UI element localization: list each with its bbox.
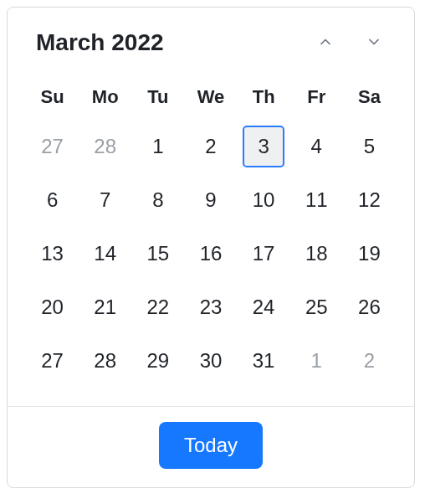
month-year-title[interactable]: March 2022 <box>36 29 164 56</box>
calendar-header: March 2022 <box>8 8 414 69</box>
day-cell[interactable]: 4 <box>295 126 337 167</box>
day-cell[interactable]: 31 <box>243 340 284 382</box>
calendar-week-row: 6789101112 <box>26 173 396 227</box>
day-cell[interactable]: 23 <box>190 286 232 328</box>
day-cell-wrapper: 12 <box>343 173 396 227</box>
day-cell[interactable]: 5 <box>348 126 390 167</box>
day-cell-wrapper: 16 <box>184 227 237 280</box>
weekday-header: Tu <box>131 78 184 120</box>
day-cell[interactable]: 14 <box>84 233 126 275</box>
chevron-up-icon <box>317 33 334 53</box>
day-cell[interactable]: 1 <box>137 126 179 167</box>
day-cell[interactable]: 11 <box>295 179 337 221</box>
day-cell[interactable]: 13 <box>32 233 74 275</box>
day-cell[interactable]: 27 <box>32 340 74 382</box>
day-cell-wrapper: 17 <box>238 227 290 280</box>
day-cell-other-month[interactable]: 27 <box>32 126 74 167</box>
day-cell-other-month[interactable]: 28 <box>84 126 126 167</box>
month-nav-buttons <box>309 26 391 59</box>
day-cell-wrapper: 15 <box>131 227 184 280</box>
day-cell-wrapper: 25 <box>290 280 343 334</box>
weekday-header: Th <box>238 78 290 120</box>
day-cell[interactable]: 7 <box>84 179 126 221</box>
day-cell-wrapper: 1 <box>290 334 343 388</box>
day-cell[interactable]: 21 <box>84 286 126 328</box>
day-cell[interactable]: 8 <box>137 179 179 221</box>
day-cell[interactable]: 12 <box>348 179 390 221</box>
next-month-button[interactable] <box>357 26 391 59</box>
day-cell-wrapper: 2 <box>184 120 237 173</box>
day-cell-selected[interactable]: 3 <box>243 126 284 167</box>
day-cell-wrapper: 19 <box>343 227 396 280</box>
day-cell-other-month[interactable]: 2 <box>348 340 390 382</box>
calendar-panel: March 2022 Su Mo Tu We Th Fr Sa 27281234… <box>7 7 415 488</box>
day-cell-wrapper: 31 <box>238 334 290 388</box>
weekday-header: Su <box>26 78 79 120</box>
day-cell-wrapper: 14 <box>79 227 131 280</box>
day-cell-wrapper: 11 <box>290 173 343 227</box>
calendar-footer: Today <box>8 406 414 487</box>
day-cell-wrapper: 23 <box>184 280 237 334</box>
calendar-week-row: 20212223242526 <box>26 280 396 334</box>
day-cell-wrapper: 7 <box>79 173 131 227</box>
weekday-header: Sa <box>343 78 396 120</box>
day-cell[interactable]: 18 <box>295 233 337 275</box>
day-cell-wrapper: 6 <box>26 173 79 227</box>
day-cell-wrapper: 22 <box>131 280 184 334</box>
day-cell[interactable]: 30 <box>190 340 232 382</box>
calendar-body: Su Mo Tu We Th Fr Sa 2728123456789101112… <box>8 69 414 406</box>
day-cell-wrapper: 27 <box>26 334 79 388</box>
day-cell[interactable]: 26 <box>348 286 390 328</box>
day-cell-wrapper: 8 <box>131 173 184 227</box>
day-cell-wrapper: 26 <box>343 280 396 334</box>
day-cell[interactable]: 2 <box>190 126 232 167</box>
prev-month-button[interactable] <box>309 26 342 59</box>
today-button[interactable]: Today <box>159 422 263 469</box>
calendar-grid: 2728123456789101112131415161718192021222… <box>26 120 396 388</box>
day-cell-wrapper: 4 <box>290 120 343 173</box>
day-cell[interactable]: 17 <box>243 233 284 275</box>
day-cell[interactable]: 24 <box>243 286 284 328</box>
day-cell[interactable]: 10 <box>243 179 284 221</box>
weekday-header: Mo <box>79 78 131 120</box>
day-cell-wrapper: 18 <box>290 227 343 280</box>
day-cell-wrapper: 1 <box>131 120 184 173</box>
weekday-header: Fr <box>290 78 343 120</box>
day-cell[interactable]: 28 <box>84 340 126 382</box>
day-cell-wrapper: 20 <box>26 280 79 334</box>
day-cell[interactable]: 25 <box>295 286 337 328</box>
day-cell-wrapper: 3 <box>238 120 290 173</box>
day-cell[interactable]: 20 <box>32 286 74 328</box>
day-cell-wrapper: 10 <box>238 173 290 227</box>
day-cell[interactable]: 15 <box>137 233 179 275</box>
day-cell-wrapper: 21 <box>79 280 131 334</box>
day-cell[interactable]: 22 <box>137 286 179 328</box>
day-cell-wrapper: 28 <box>79 334 131 388</box>
day-cell-wrapper: 28 <box>79 120 131 173</box>
day-cell-wrapper: 5 <box>343 120 396 173</box>
day-cell[interactable]: 16 <box>190 233 232 275</box>
day-cell-other-month[interactable]: 1 <box>295 340 337 382</box>
day-cell-wrapper: 24 <box>238 280 290 334</box>
day-cell-wrapper: 2 <box>343 334 396 388</box>
calendar-week-row: 13141516171819 <box>26 227 396 280</box>
calendar-week-row: 272812345 <box>26 120 396 173</box>
day-cell[interactable]: 6 <box>32 179 74 221</box>
weekday-header: We <box>184 78 237 120</box>
weekday-header-row: Su Mo Tu We Th Fr Sa <box>26 78 396 120</box>
day-cell[interactable]: 9 <box>190 179 232 221</box>
day-cell-wrapper: 13 <box>26 227 79 280</box>
day-cell[interactable]: 29 <box>137 340 179 382</box>
calendar-week-row: 272829303112 <box>26 334 396 388</box>
day-cell[interactable]: 19 <box>348 233 390 275</box>
day-cell-wrapper: 29 <box>131 334 184 388</box>
day-cell-wrapper: 27 <box>26 120 79 173</box>
day-cell-wrapper: 9 <box>184 173 237 227</box>
chevron-down-icon <box>366 33 382 53</box>
day-cell-wrapper: 30 <box>184 334 237 388</box>
